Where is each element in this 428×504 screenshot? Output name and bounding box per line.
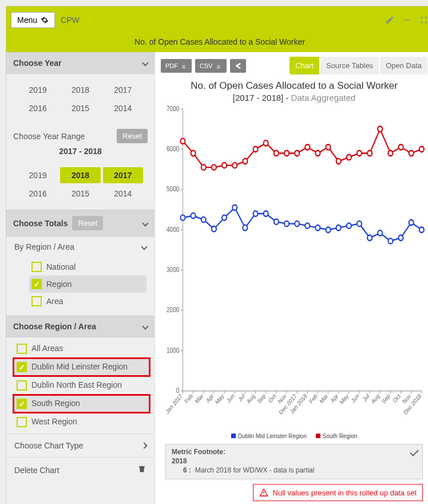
- checkbox-icon: [17, 344, 27, 354]
- tab-chart[interactable]: Chart: [290, 57, 319, 74]
- svg-point-87: [388, 238, 393, 244]
- year-range-option[interactable]: 2016: [18, 186, 58, 202]
- download-icon: [215, 62, 222, 69]
- download-icon: [180, 62, 187, 69]
- app-name: CPW: [61, 15, 80, 25]
- delete-chart-label: Delete Chart: [14, 466, 60, 475]
- reset-totals-button[interactable]: Reset: [72, 216, 103, 230]
- warning-icon: [259, 488, 268, 497]
- year-option[interactable]: 2017: [103, 82, 143, 98]
- svg-point-95: [222, 163, 227, 168]
- svg-point-109: [367, 151, 372, 156]
- year-option[interactable]: 2019: [18, 82, 58, 98]
- year-option[interactable]: 2015: [60, 100, 100, 116]
- svg-text:Sep: Sep: [256, 392, 267, 405]
- year-range-option[interactable]: 2017: [103, 167, 143, 183]
- titlebar-actions: [385, 15, 428, 25]
- svg-point-78: [295, 221, 299, 227]
- svg-point-80: [315, 225, 320, 231]
- year-option[interactable]: 2016: [18, 100, 58, 116]
- totals-option-label: Region: [46, 279, 72, 289]
- year-option[interactable]: 2018: [60, 82, 100, 98]
- svg-text:2000: 2000: [167, 306, 180, 314]
- svg-text:Aug: Aug: [370, 392, 381, 405]
- region-item-label: Dublin Mid Leinster Region: [31, 362, 128, 371]
- svg-text:Jan 2017: Jan 2017: [164, 392, 184, 415]
- region-item[interactable]: Dublin Mid Leinster Region: [13, 358, 150, 376]
- choose-region-title: Choose Region / Area: [13, 322, 96, 331]
- totals-option-label: National: [46, 262, 76, 271]
- by-region-area-row[interactable]: By Region / Area: [6, 237, 154, 257]
- totals-option-label: Area: [46, 297, 64, 306]
- legend-item-2: South Region: [316, 433, 358, 439]
- year-range-option[interactable]: 2018: [60, 167, 100, 183]
- region-item[interactable]: West Region: [13, 413, 150, 431]
- totals-option[interactable]: National: [29, 258, 146, 275]
- svg-point-99: [264, 140, 268, 146]
- region-list: All AreasDublin Mid Leinster RegionDubli…: [6, 337, 154, 434]
- svg-text:Aug: Aug: [245, 392, 256, 405]
- svg-point-90: [419, 227, 424, 233]
- svg-text:Jun: Jun: [350, 392, 360, 404]
- by-region-area-label: By Region / Area: [14, 242, 74, 251]
- svg-point-97: [243, 159, 247, 164]
- region-item[interactable]: South Region: [13, 395, 150, 413]
- main-panel: PDF CSV Chart Source Tables Open Data No…: [155, 52, 428, 504]
- svg-point-73: [243, 225, 247, 231]
- svg-text:May: May: [214, 392, 225, 405]
- svg-point-89: [409, 220, 414, 226]
- gear-icon: [41, 16, 49, 24]
- choose-year-head[interactable]: Choose Year: [6, 52, 154, 74]
- footnote-box[interactable]: Metric Footnote: 2018 6 : March 2018 for…: [165, 444, 423, 479]
- tab-open-data[interactable]: Open Data: [380, 57, 427, 74]
- tab-source-tables[interactable]: Source Tables: [320, 57, 379, 74]
- reset-range-button[interactable]: Reset: [117, 129, 148, 143]
- svg-point-76: [274, 219, 279, 225]
- choose-totals-head[interactable]: Choose Totals Reset: [6, 210, 154, 237]
- year-range-option[interactable]: 2014: [103, 186, 143, 202]
- chevron-down-icon: [142, 60, 148, 66]
- region-item-label: West Region: [31, 417, 77, 426]
- svg-point-102: [295, 151, 299, 156]
- svg-point-72: [232, 205, 237, 211]
- delete-chart-row[interactable]: Delete Chart: [6, 457, 154, 482]
- share-button[interactable]: [230, 59, 246, 73]
- svg-text:Feb: Feb: [184, 392, 195, 405]
- svg-text:Oct: Oct: [267, 392, 277, 404]
- svg-point-85: [367, 235, 372, 241]
- body: Choose Year 201920182017201620152014 Cho…: [6, 52, 428, 504]
- pencil-icon[interactable]: [385, 15, 394, 25]
- year-option[interactable]: 2014: [103, 100, 143, 116]
- svg-point-70: [212, 226, 216, 232]
- chevron-down-icon: [142, 220, 148, 226]
- year-range-head: Choose Year Range Reset: [6, 124, 154, 145]
- year-range-option[interactable]: 2019: [18, 167, 58, 183]
- tab-group: Chart Source Tables Open Data: [290, 57, 427, 74]
- region-item[interactable]: Dublin North East Region: [13, 376, 150, 395]
- chevron-down-icon: [141, 243, 147, 250]
- totals-option[interactable]: Region: [29, 275, 146, 293]
- svg-point-81: [326, 227, 330, 233]
- svg-text:5000: 5000: [167, 186, 180, 193]
- csv-button[interactable]: CSV: [195, 59, 227, 73]
- choose-chart-type-row[interactable]: Choose Chart Type: [6, 434, 154, 457]
- region-item-label: All Areas: [31, 344, 63, 353]
- svg-text:May: May: [339, 392, 350, 405]
- trash-icon: [137, 464, 146, 475]
- minimize-icon[interactable]: [402, 15, 411, 25]
- svg-point-111: [388, 151, 393, 156]
- fullscreen-icon[interactable]: [419, 15, 428, 25]
- chevron-right-icon: [141, 442, 147, 448]
- totals-option[interactable]: Area: [29, 293, 146, 310]
- year-range-option[interactable]: 2015: [60, 186, 100, 202]
- chart-legend: Dublin Mid Leinster Region South Region: [161, 432, 427, 442]
- region-item-label: Dublin North East Region: [31, 380, 122, 389]
- sidebar: Choose Year 201920182017201620152014 Cho…: [6, 52, 155, 504]
- region-item[interactable]: All Areas: [13, 340, 150, 358]
- svg-text:6000: 6000: [167, 145, 180, 152]
- chart-subtitle: [2017 - 2018] - Data Aggregated: [161, 93, 427, 103]
- pdf-button[interactable]: PDF: [161, 59, 192, 73]
- svg-point-94: [212, 164, 216, 170]
- choose-region-head[interactable]: Choose Region / Area: [6, 316, 154, 337]
- menu-button[interactable]: Menu: [11, 12, 55, 28]
